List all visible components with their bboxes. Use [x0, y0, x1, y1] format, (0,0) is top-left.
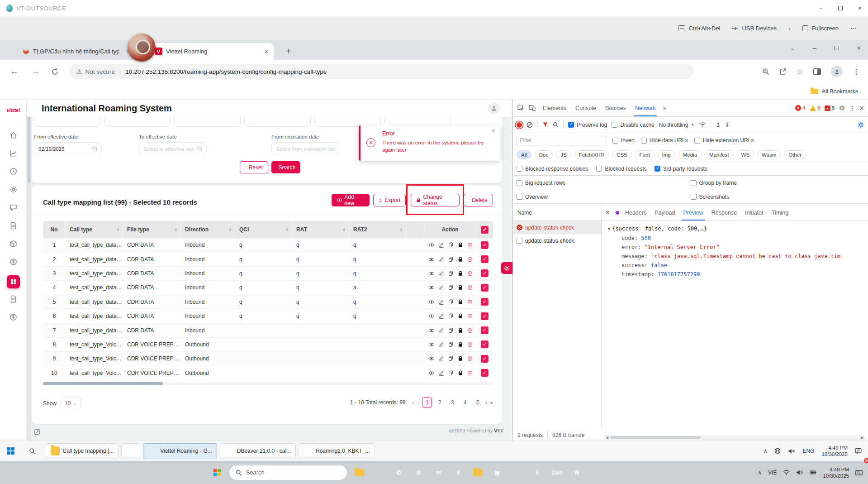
tray-chevron-icon[interactable]: ∧: [758, 470, 762, 476]
taskbar-app-button[interactable]: Viettel Roaming - G...: [143, 443, 217, 459]
taskbar-app-icon[interactable]: e: [453, 467, 464, 478]
taskbar-app-button[interactable]: DB DBeaver 21.0.0 - cal...: [220, 443, 296, 459]
throttling-select[interactable]: No throttling▼: [659, 122, 695, 128]
export-har-icon[interactable]: ↧: [725, 122, 729, 128]
close-detail-icon[interactable]: ✕: [605, 209, 610, 216]
url-text[interactable]: 10.207.252.135:8200/roaming-app/system-c…: [125, 68, 327, 75]
request-row[interactable]: ✕ update-status-check: [513, 234, 601, 247]
copy-icon[interactable]: [448, 370, 454, 376]
view-icon[interactable]: [428, 356, 435, 361]
clear-icon[interactable]: [526, 122, 533, 128]
device-toolbar-icon[interactable]: [529, 105, 536, 111]
window-minimize-button[interactable]: –: [813, 44, 816, 52]
tab-tlgp[interactable]: TLGP/Cấu hình hệ thống/Call typ ×: [17, 43, 136, 60]
sidebar-item-dollar[interactable]: [0, 258, 27, 266]
record-icon[interactable]: [517, 122, 522, 128]
select-all-checkbox[interactable]: ✓: [476, 221, 493, 238]
type-chip[interactable]: Fetch/XHR: [574, 150, 609, 159]
volume-icon[interactable]: [796, 470, 803, 475]
vm-close-button[interactable]: ×: [858, 5, 862, 12]
copy-icon[interactable]: [448, 285, 454, 290]
copy-icon[interactable]: [448, 242, 454, 248]
delete-icon[interactable]: [467, 285, 473, 290]
view-icon[interactable]: [428, 314, 435, 318]
hide-extension-urls-checkbox[interactable]: Hide extension URLs: [694, 137, 754, 144]
group-by-frame-checkbox[interactable]: Group by frame: [691, 180, 865, 186]
network-globe-icon[interactable]: [774, 448, 781, 454]
from-effective-date-input[interactable]: 02/10/2025: [34, 142, 102, 155]
table-row[interactable]: 6 test_call_type_data… CDR DATA Inbound …: [43, 309, 493, 323]
remote-clock[interactable]: 4:49 PM 10/30/2025: [821, 445, 848, 457]
to-effective-date-input[interactable]: Select to effective date: [139, 142, 207, 155]
delete-icon[interactable]: [467, 257, 473, 262]
last-page-button[interactable]: »: [490, 399, 493, 406]
devtools-menu-icon[interactable]: ⋮: [849, 105, 855, 111]
taskbar-app-icon[interactable]: [512, 467, 523, 478]
edit-icon[interactable]: [439, 271, 444, 276]
calendar-icon[interactable]: [196, 146, 202, 152]
taskbar-app-button[interactable]: X Roaming2.0_KBKT_...: [299, 443, 375, 459]
hide-data-urls-checkbox[interactable]: Hide data URLs: [641, 137, 688, 144]
devtools-tab[interactable]: Console: [571, 100, 601, 116]
sort-icon[interactable]: [400, 228, 403, 232]
vm-maximize-button[interactable]: [838, 6, 843, 10]
edit-icon[interactable]: [439, 313, 444, 319]
error-count-badge[interactable]: ✕4: [795, 105, 806, 111]
edit-icon[interactable]: [439, 370, 444, 376]
col-call-type[interactable]: Call type: [66, 221, 123, 238]
type-chip[interactable]: Media: [678, 150, 702, 159]
delete-icon[interactable]: [467, 313, 473, 319]
page-button[interactable]: 3: [447, 398, 457, 407]
settings-fab[interactable]: [501, 262, 512, 274]
col-rat[interactable]: RAT: [292, 221, 349, 238]
profile-avatar[interactable]: [831, 66, 843, 77]
sort-icon[interactable]: [175, 228, 177, 232]
row-checkbox[interactable]: ✓: [476, 323, 493, 337]
screenshots-checkbox[interactable]: Screenshots: [691, 194, 865, 200]
view-icon[interactable]: [428, 285, 435, 290]
search-button[interactable]: Search: [271, 161, 300, 173]
table-row[interactable]: 4 test_call_type_data… CDR DATA Inbound …: [43, 281, 493, 295]
edit-icon[interactable]: [439, 257, 444, 262]
tab-close-icon[interactable]: ×: [265, 48, 268, 55]
copy-icon[interactable]: [448, 342, 454, 347]
import-har-icon[interactable]: ↥: [716, 122, 720, 128]
bookmark-star-icon[interactable]: ☆: [797, 67, 803, 77]
forward-button[interactable]: →: [31, 67, 40, 77]
col-qci[interactable]: QCI: [235, 221, 292, 238]
delete-icon[interactable]: [467, 356, 473, 361]
tab-viettel-roaming[interactable]: V Viettel Roaming ×: [149, 43, 274, 60]
sidebar-item-mapping-active[interactable]: [7, 275, 20, 288]
view-icon[interactable]: [428, 257, 435, 262]
network-conditions-icon[interactable]: [699, 122, 706, 128]
view-icon[interactable]: [428, 371, 435, 375]
request-checkbox[interactable]: [517, 238, 522, 244]
delete-icon[interactable]: [467, 328, 473, 333]
warning-count-badge[interactable]: 6: [810, 105, 821, 111]
page-button[interactable]: 4: [460, 398, 470, 407]
col-direction[interactable]: Direction: [181, 221, 235, 238]
type-chip[interactable]: Img: [658, 150, 675, 159]
devtools-settings-icon[interactable]: [839, 105, 845, 111]
edit-icon[interactable]: [439, 328, 444, 333]
edit-icon[interactable]: [439, 356, 444, 361]
type-chip[interactable]: All: [517, 150, 531, 159]
share-icon[interactable]: [779, 68, 787, 75]
view-icon[interactable]: [428, 342, 435, 347]
taskbar-app-icon[interactable]: [355, 469, 365, 476]
zoom-out-icon[interactable]: [762, 68, 769, 75]
type-chip[interactable]: CSS: [612, 150, 632, 159]
copy-icon[interactable]: [448, 271, 454, 276]
edit-icon[interactable]: [439, 242, 444, 248]
table-row[interactable]: 10 test_call_type_Voic… CDR VOICE PREP… …: [43, 366, 493, 380]
table-row[interactable]: 1 test_call_type_data… CDR DATA Inbound …: [43, 238, 493, 252]
view-icon[interactable]: [428, 300, 435, 304]
table-row[interactable]: 3 test_call_type_data… CDR DATA Inbound …: [43, 267, 493, 281]
battery-icon[interactable]: [810, 470, 816, 474]
edit-icon[interactable]: [439, 299, 444, 305]
delete-button[interactable]: Delete: [464, 194, 493, 206]
touch-keyboard-icon[interactable]: [855, 470, 863, 475]
prev-page-button[interactable]: ‹: [417, 399, 419, 406]
detail-tab[interactable]: Headers: [621, 205, 650, 220]
page-button[interactable]: 1: [422, 398, 432, 407]
